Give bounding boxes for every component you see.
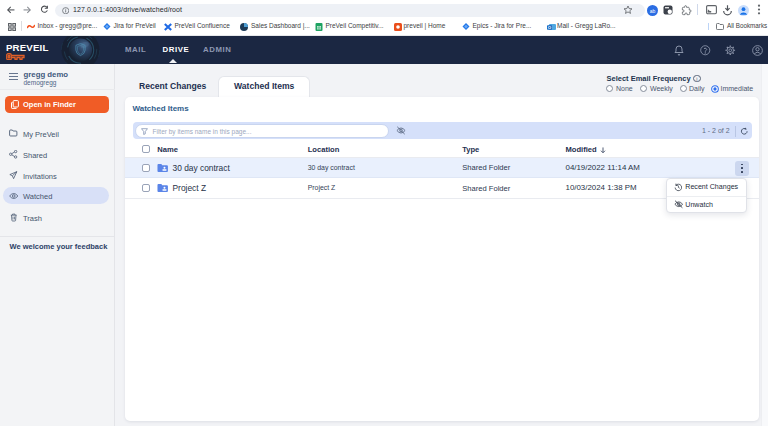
svg-text:O: O <box>547 25 551 30</box>
svg-text:ab: ab <box>649 7 655 13</box>
